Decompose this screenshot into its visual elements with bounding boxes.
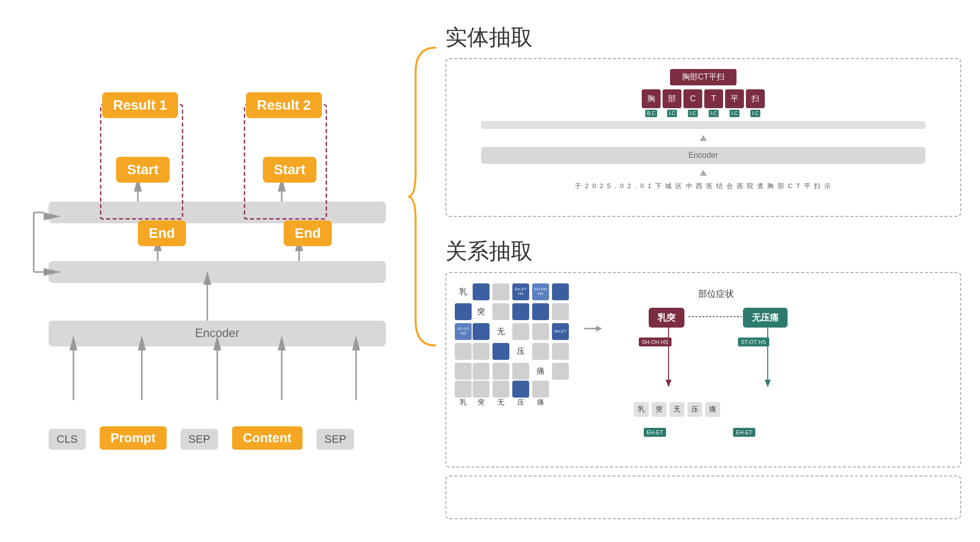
grid-cell: EH-ET (552, 323, 569, 340)
svg-marker-36 (666, 380, 672, 387)
svg-marker-17 (203, 271, 211, 285)
svg-rect-0 (49, 202, 386, 223)
grid-cell (492, 303, 509, 320)
grid-row-label: 痛 (537, 366, 545, 377)
grid-cell (473, 363, 490, 380)
grid-cell (492, 283, 509, 300)
grid-cell: ST-OTHS (455, 323, 472, 340)
grid-col-label: 无 (497, 398, 504, 407)
main-container: Encoder Result 1 Result 2 Start Start En… (19, 23, 961, 519)
grid-cell (512, 363, 529, 380)
relation-arrow (584, 283, 604, 335)
grid-cell (473, 283, 490, 300)
grid-cell (473, 343, 490, 360)
grid-cell (455, 363, 472, 380)
relation-title: 关系抽取 (445, 237, 961, 266)
grid-col-label: 突 (478, 398, 485, 407)
svg-marker-32 (700, 170, 707, 176)
token-cls: CLS (49, 429, 86, 450)
char-label: I-C (750, 110, 760, 117)
grid-cell (492, 343, 509, 360)
relation-section: 关系抽取 乳 EH-ETHS SH-OHHS 突 (445, 237, 961, 468)
grid-cell (552, 363, 569, 380)
rel-bottom-chars: 乳 突 无 压 痛 (634, 402, 720, 417)
grid-cell (532, 303, 549, 320)
end2-box: End (284, 220, 332, 246)
result1-box: Result 1 (102, 92, 178, 118)
svg-marker-23 (213, 336, 221, 350)
entity-char: C (683, 89, 702, 108)
char-label: I-C (667, 110, 676, 117)
token-prompt: Prompt (100, 426, 167, 450)
svg-marker-3 (44, 212, 61, 220)
grid-cell (532, 381, 549, 398)
entity-chars-group: 胸 B-C 部 I-C C I-C T I-C (642, 89, 765, 117)
grid-cell (532, 323, 549, 340)
brace-container (406, 23, 445, 370)
grid-cell (512, 323, 529, 340)
grid-cell: SH-OHHS (532, 283, 549, 300)
char-label: I-C (730, 110, 739, 117)
start2-box: Start (263, 157, 316, 183)
grid-row-label: 突 (477, 307, 485, 317)
grid-cell (473, 381, 490, 398)
svg-marker-25 (278, 336, 286, 350)
end1-box: End (138, 220, 186, 246)
grid-cell (552, 303, 569, 320)
token-sep2: SEP (316, 429, 354, 450)
grid-cell (455, 343, 472, 360)
entity-separator1 (481, 121, 925, 129)
grid-cell (492, 363, 509, 380)
svg-rect-2 (49, 321, 386, 346)
token-sep1: SEP (181, 429, 218, 450)
grid-cell (512, 381, 529, 398)
grid-col-label: 痛 (537, 398, 544, 407)
start1-box: Start (116, 157, 170, 183)
relation-graph: 部位症状 乳突 无压痛 SH-OH HS ST-OT HS (619, 288, 857, 457)
relation-grid: 乳 EH-ETHS SH-OHHS 突 ST-OTHS (456, 283, 569, 407)
grid-cell (455, 303, 472, 320)
relation-panel: 乳 EH-ETHS SH-OHHS 突 ST-OTHS (445, 272, 961, 468)
svg-marker-31 (700, 135, 707, 141)
entity-char: 部 (663, 89, 681, 108)
grid-cell (552, 283, 569, 300)
svg-marker-34 (596, 326, 602, 332)
grid-row-label: 压 (517, 346, 525, 357)
svg-marker-21 (138, 336, 146, 350)
entity-char: 胸 (642, 89, 661, 108)
right-section: 实体抽取 胸部CT平扫 胸 B-C 部 I-C (445, 23, 961, 519)
entity-title: 实体抽取 (445, 23, 961, 52)
grid-cell (473, 323, 490, 340)
entity-char: 扫 (746, 89, 765, 108)
svg-rect-1 (49, 261, 386, 283)
grid-cell (532, 343, 549, 360)
result2-box: Result 2 (246, 92, 322, 118)
grid-row-label: 无 (497, 327, 505, 337)
char-label: I-C (688, 110, 697, 117)
rel-tag4: EH-ET (733, 428, 755, 437)
grid-col-label: 乳 (460, 398, 467, 407)
grid-cell: EH-ETHS (512, 283, 529, 300)
grid-cell (492, 381, 509, 398)
entity-char: 平 (725, 89, 744, 108)
entity-char: T (704, 89, 723, 108)
encoder-bar: Encoder (481, 147, 925, 164)
entity-label-bar: 胸部CT平扫 (670, 69, 736, 85)
grid-cell (455, 381, 472, 398)
tokens-row: CLS Prompt SEP Content SEP (49, 426, 354, 450)
grid-cell (512, 303, 529, 320)
svg-marker-7 (44, 268, 61, 276)
svg-marker-27 (352, 336, 360, 350)
grid-cell (552, 343, 569, 360)
entity-arrow2 (698, 168, 708, 178)
entity-source-text: 于 2 0 2 5 . 0 2 . 0 1 下 城 区 中 西 医 结 合 医 … (575, 182, 832, 191)
empty-panel (445, 475, 961, 519)
rel-tag3: EH-ET (644, 428, 666, 437)
svg-marker-38 (765, 380, 771, 387)
entity-arrow (698, 133, 708, 143)
token-content: Content (232, 426, 303, 450)
grid-row-label: 乳 (459, 287, 467, 297)
left-diagram: Encoder Result 1 Result 2 Start Start En… (19, 23, 406, 519)
entity-panel: 胸部CT平扫 胸 B-C 部 I-C C I-C (445, 58, 961, 217)
svg-text:Encoder: Encoder (195, 326, 239, 339)
